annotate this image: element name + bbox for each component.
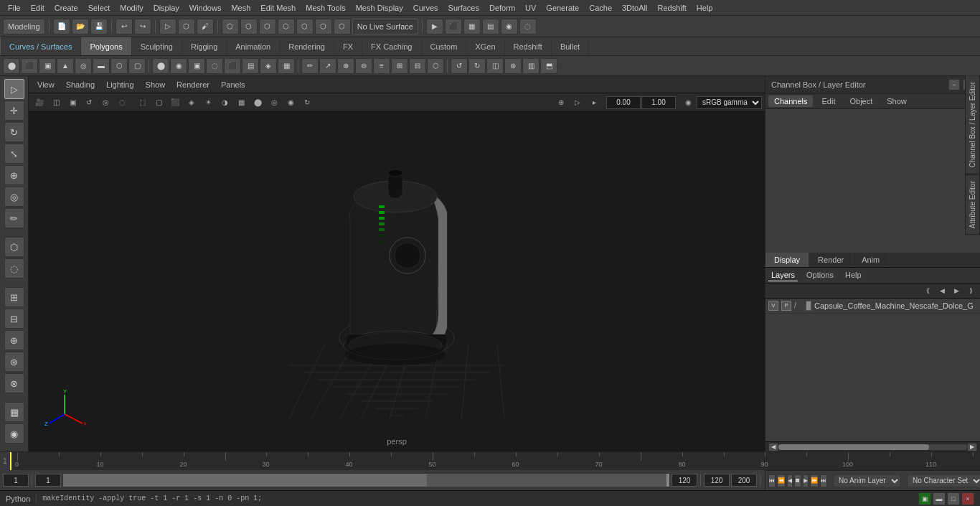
mesh-btn8[interactable]: ▦: [278, 58, 295, 74]
cb-tab-channels[interactable]: Channels: [768, 95, 813, 107]
deform-btn3[interactable]: ◫: [486, 58, 504, 74]
deform-btn6[interactable]: ⬒: [540, 58, 557, 74]
vp-menu-lighting[interactable]: Lighting: [103, 79, 137, 90]
shape-btn-sphere[interactable]: ⬤: [3, 58, 20, 74]
cb-minimize-btn[interactable]: −: [948, 79, 960, 90]
mesh-btn2[interactable]: ◉: [170, 58, 187, 74]
deform-btn1[interactable]: ↺: [451, 58, 468, 74]
curves-btn3[interactable]: ⊕: [337, 58, 354, 74]
component-btn[interactable]: ⊟: [4, 309, 24, 329]
camera-btn[interactable]: ◉: [4, 423, 24, 444]
menu-mesh-display[interactable]: Mesh Display: [351, 2, 408, 14]
select-tool-btn[interactable]: ▷: [4, 79, 24, 99]
anim-prev-frame-btn[interactable]: ⏪: [777, 474, 786, 487]
menu-display[interactable]: Display: [149, 2, 184, 14]
dra-tab-render[interactable]: Render: [809, 253, 853, 267]
anim-stop-btn[interactable]: ⏹: [794, 474, 801, 487]
snap-btn1[interactable]: ⬡: [222, 19, 239, 34]
tab-redshift[interactable]: Redshift: [505, 37, 552, 55]
show-hide-btn[interactable]: ⊞: [4, 287, 24, 307]
menu-select[interactable]: Select: [83, 2, 116, 14]
vp-select-icon[interactable]: ▷: [570, 95, 585, 110]
mesh-btn6[interactable]: ▤: [242, 58, 259, 74]
sculpt-btn[interactable]: ✏: [4, 208, 24, 228]
anim-layer-dropdown[interactable]: No Anim Layer: [833, 474, 901, 487]
snap-btn4[interactable]: ⬡: [278, 19, 295, 34]
taskbar-btn[interactable]: ▬: [933, 492, 946, 505]
shape-btn-pipe[interactable]: ▢: [128, 58, 146, 74]
universal-tool-btn[interactable]: ⊕: [4, 165, 24, 185]
side-tab-attribute-editor[interactable]: Attribute Editor: [965, 174, 980, 235]
select-btn[interactable]: ▷: [159, 19, 176, 34]
mesh-btn7[interactable]: ◈: [260, 58, 277, 74]
paint-sel-btn[interactable]: 🖌: [197, 19, 214, 34]
vp-menu-renderer[interactable]: Renderer: [174, 79, 212, 90]
scrollbar-thumb[interactable]: [778, 444, 929, 450]
save-btn[interactable]: 💾: [90, 19, 108, 34]
color-space-dropdown[interactable]: sRGB gamma: [697, 96, 762, 109]
tab-bullet[interactable]: Bullet: [552, 37, 590, 55]
vp-aim-icon[interactable]: ◎: [98, 95, 113, 110]
render-btn4[interactable]: ▤: [482, 19, 499, 34]
scale-tool-btn[interactable]: ⤡: [4, 144, 24, 164]
scroll-right-btn[interactable]: ▶: [967, 443, 977, 451]
menu-edit[interactable]: Edit: [26, 2, 50, 14]
vp-shadow-icon[interactable]: ◑: [217, 95, 232, 110]
snap-btn6[interactable]: ⬡: [315, 19, 332, 34]
layer-prev-btn[interactable]: ◀: [936, 285, 948, 296]
color-space-icon[interactable]: ◉: [680, 95, 696, 110]
tab-rigging[interactable]: Rigging: [182, 37, 227, 55]
menu-file[interactable]: File: [3, 2, 26, 14]
shape-btn-cube[interactable]: ⬛: [21, 58, 38, 74]
menu-deform[interactable]: Deform: [484, 2, 520, 14]
scale-input[interactable]: [641, 96, 676, 109]
vp-ao2-icon[interactable]: ◉: [283, 95, 298, 110]
vp-wireframe-icon[interactable]: ▢: [151, 95, 166, 110]
menu-generate[interactable]: Generate: [541, 2, 584, 14]
vp-menu-show[interactable]: Show: [143, 79, 169, 90]
current-frame-input[interactable]: [3, 474, 29, 487]
tab-custom[interactable]: Custom: [422, 37, 467, 55]
curves-btn1[interactable]: ✏: [301, 58, 319, 74]
menu-mesh-tools[interactable]: Mesh Tools: [301, 2, 350, 14]
vp-texture-icon[interactable]: ▦: [233, 95, 249, 110]
layer-next-btn[interactable]: ▶: [950, 285, 963, 296]
anim-play-back-btn[interactable]: ◀: [787, 474, 793, 487]
range-end-input[interactable]: [731, 474, 757, 487]
vp-grid-icon[interactable]: ⬚: [134, 95, 150, 110]
undo-btn[interactable]: ↩: [116, 19, 133, 34]
vp-menu-panels[interactable]: Panels: [218, 79, 248, 90]
vp-snap-icon[interactable]: ⊕: [553, 95, 569, 110]
deform-btn4[interactable]: ⊛: [504, 58, 522, 74]
scroll-left-btn[interactable]: ◀: [768, 443, 778, 451]
cb-tab-object[interactable]: Object: [844, 95, 878, 107]
mesh-btn1[interactable]: ⬤: [152, 58, 169, 74]
render-btn6[interactable]: ◌: [519, 19, 537, 34]
soft-mod-btn[interactable]: ◎: [4, 187, 24, 207]
menu-mesh[interactable]: Mesh: [226, 2, 255, 14]
anim-go-end-btn[interactable]: ⏭: [820, 474, 827, 487]
shape-btn-box[interactable]: ▣: [39, 58, 56, 74]
menu-curves[interactable]: Curves: [408, 2, 443, 14]
cb-tab-show[interactable]: Show: [881, 95, 913, 107]
attr-paint-btn[interactable]: ⊕: [4, 330, 24, 350]
tool10[interactable]: ⊗: [4, 373, 24, 393]
shape-btn-prism[interactable]: ⬡: [110, 58, 128, 74]
loh-tab-layers[interactable]: Layers: [768, 269, 798, 281]
render-btn5[interactable]: ◉: [501, 19, 518, 34]
shape-btn-plane[interactable]: ▬: [93, 58, 110, 74]
vp-menu-view[interactable]: View: [34, 79, 57, 90]
curves-btn4[interactable]: ⊖: [355, 58, 372, 74]
curves-btn8[interactable]: ⬡: [427, 58, 444, 74]
translate-input[interactable]: [606, 96, 641, 109]
menu-help[interactable]: Help: [692, 2, 718, 14]
move-tool-btn[interactable]: ✛: [4, 100, 24, 121]
timeline-range[interactable]: [62, 473, 670, 487]
render-btn1[interactable]: ▶: [426, 19, 443, 34]
timeline-playhead[interactable]: [10, 452, 11, 471]
frame-end2-input[interactable]: [704, 474, 730, 487]
layer-color-swatch[interactable]: [806, 301, 811, 311]
menu-edit-mesh[interactable]: Edit Mesh: [255, 2, 301, 14]
anim-play-fwd-btn[interactable]: ▶: [803, 474, 809, 487]
tab-rendering[interactable]: Rendering: [280, 37, 334, 55]
